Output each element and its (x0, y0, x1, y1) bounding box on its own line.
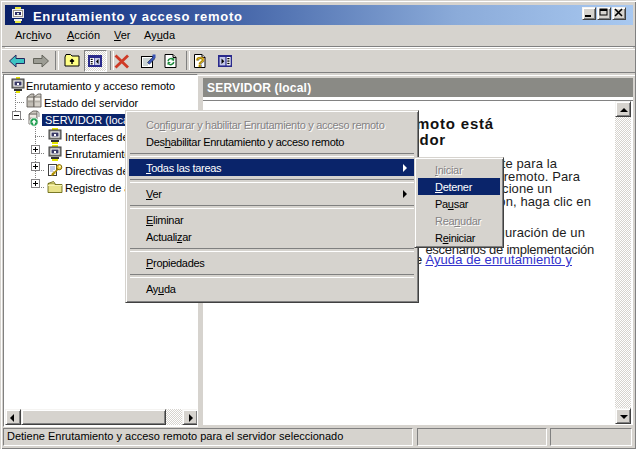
svg-text:?: ? (196, 53, 205, 69)
